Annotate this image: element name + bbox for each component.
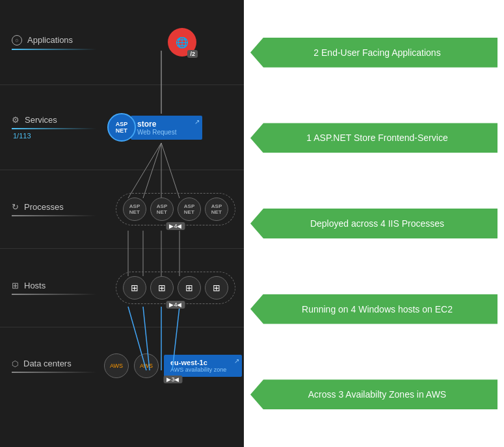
banner-4: Running on 4 Windows hosts on EC2 — [250, 293, 497, 326]
banner-text-4: Running on 4 Windows hosts on EC2 — [270, 304, 484, 314]
host-node-3: ⊞ — [178, 276, 201, 300]
aws-node-1[interactable]: AWS — [104, 353, 129, 378]
host-node-1: ⊞ — [123, 276, 146, 300]
external-link-icon: ↗ — [194, 118, 200, 125]
services-count: 1/113 — [12, 132, 101, 140]
banner-text-5: Across 3 Availabilty Zones in AWS — [270, 389, 484, 400]
aws-node-2[interactable]: AWS — [134, 353, 159, 378]
left-panel: ○ Applications 🌐 /2 ⚙ Services 1/113 — [0, 0, 244, 447]
host-node-4: ⊞ — [205, 276, 228, 300]
processes-badge: ▶4◀ — [166, 222, 185, 230]
hosts-icon: ⊞ — [12, 281, 19, 290]
banner-text-3: Deployed across 4 IIS Processes — [270, 218, 484, 229]
app-badge: /2 — [187, 50, 198, 58]
hosts-label: ⊞ Hosts — [0, 281, 101, 295]
datacenters-label: ⬡ Data centers — [0, 359, 101, 373]
banner-2: 1 ASP.NET Store Frontend-Service — [250, 121, 497, 154]
dc-name: eu-west-1c — [170, 359, 235, 366]
service-subtitle: Web Request — [137, 129, 196, 136]
service-node-area: ASPNET store Web Request ↗ — [101, 113, 244, 142]
processes-group[interactable]: ASPNET ASPNET ASPNET ASPNET ▶4◀ — [116, 193, 235, 225]
datacenters-title: Data centers — [23, 359, 72, 368]
globe-icon: 🌐 — [176, 36, 189, 49]
applications-label: ○ Applications — [0, 35, 101, 50]
processes-icon: ↻ — [12, 202, 19, 212]
processes-node-area: ASPNET ASPNET ASPNET ASPNET ▶4◀ — [101, 193, 244, 225]
services-title: Services — [25, 115, 57, 125]
right-panel: 2 End-User Facing Applications 1 ASP.NET… — [244, 0, 504, 447]
processes-row: ↻ Processes ASPNET ASPNET ASPNET ASPNET … — [0, 170, 244, 248]
service-name: store — [137, 120, 196, 129]
applications-row: ○ Applications 🌐 /2 — [0, 0, 244, 84]
dc-subtitle: AWS availability zone — [170, 366, 235, 373]
banner-text-1: 2 End-User Facing Applications — [270, 47, 484, 58]
arrow-shape-5: Across 3 Availabilty Zones in AWS — [250, 379, 497, 409]
process-node-3: ASPNET — [178, 198, 201, 221]
hosts-badge: ▶4◀ — [166, 301, 185, 309]
banner-5: Across 3 Availabilty Zones in AWS — [250, 378, 497, 411]
dc-rect[interactable]: eu-west-1c AWS availability zone ↗ — [164, 355, 242, 377]
process-node-4: ASPNET — [205, 198, 228, 221]
arrow-shape-1: 2 End-User Facing Applications — [250, 38, 497, 68]
banner-1: 2 End-User Facing Applications — [250, 36, 497, 69]
services-label: ⚙ Services 1/113 — [0, 115, 101, 140]
datacenters-row: ⬡ Data centers AWS AWS eu-west-1c AWS av… — [0, 327, 244, 404]
applications-title: Applications — [27, 35, 73, 45]
arrow-shape-4: Running on 4 Windows hosts on EC2 — [250, 294, 497, 324]
service-node[interactable]: ASPNET store Web Request ↗ — [107, 113, 202, 142]
app-node-area: 🌐 /2 — [101, 28, 244, 57]
apps-icon: ○ — [12, 35, 22, 45]
hosts-row: ⊞ Hosts ⊞ ⊞ ⊞ ⊞ ▶4◀ — [0, 249, 244, 327]
services-row: ⚙ Services 1/113 ASPNET store Web Reques… — [0, 85, 244, 170]
service-circle: ASPNET — [107, 113, 136, 142]
hosts-title: Hosts — [24, 281, 46, 290]
banner-3: Deployed across 4 IIS Processes — [250, 207, 497, 240]
dc-badge: ▶3◀ — [163, 376, 182, 383]
hosts-node-area: ⊞ ⊞ ⊞ ⊞ ▶4◀ — [101, 272, 244, 304]
gear-icon: ⚙ — [12, 115, 20, 125]
processes-label: ↻ Processes — [0, 202, 101, 216]
dc-external-link-icon: ↗ — [234, 357, 239, 364]
dc-wrapper: AWS AWS eu-west-1c AWS availability zone… — [104, 353, 242, 378]
processes-title: Processes — [24, 202, 64, 212]
arrow-shape-3: Deployed across 4 IIS Processes — [250, 209, 497, 238]
service-rect: store Web Request ↗ — [131, 116, 202, 140]
process-node-2: ASPNET — [150, 198, 174, 221]
dc-icon: ⬡ — [12, 359, 18, 368]
application-node[interactable]: 🌐 /2 — [168, 28, 196, 57]
host-node-2: ⊞ — [150, 276, 174, 300]
banner-text-2: 1 ASP.NET Store Frontend-Service — [270, 133, 484, 143]
arrow-shape-2: 1 ASP.NET Store Frontend-Service — [250, 123, 497, 153]
hosts-group[interactable]: ⊞ ⊞ ⊞ ⊞ ▶4◀ — [116, 272, 235, 304]
dc-node-area: AWS AWS eu-west-1c AWS availability zone… — [101, 353, 244, 378]
process-node-1: ASPNET — [123, 198, 146, 221]
